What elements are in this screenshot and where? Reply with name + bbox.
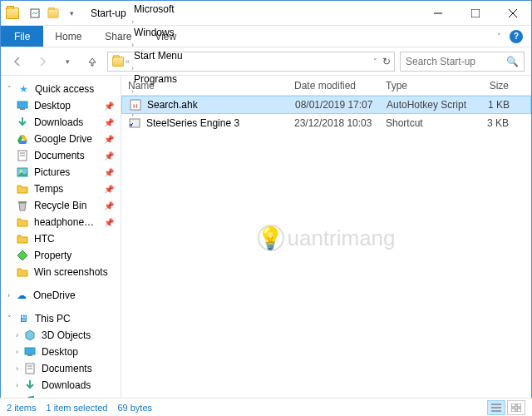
status-selected: 1 item selected — [46, 403, 107, 413]
ahk-icon: H — [129, 98, 142, 111]
sidebar-item-google-drive[interactable]: Google Drive📌 — [1, 131, 121, 147]
close-button[interactable] — [494, 1, 531, 26]
file-type: AutoHotkey Script — [380, 99, 471, 111]
breadcrumb-microsoft[interactable]: Microsoft — [131, 3, 186, 15]
folder-icon — [16, 265, 29, 279]
svg-rect-2 — [471, 9, 480, 17]
sidebar-quick-access[interactable]: ˅ ★ Quick access — [1, 81, 121, 97]
pictures-icon — [16, 166, 29, 179]
svg-rect-5 — [17, 102, 27, 108]
sidebar-onedrive[interactable]: › ☁ OneDrive — [1, 287, 121, 304]
refresh-icon[interactable]: ↻ — [382, 56, 391, 67]
desktop-icon — [16, 99, 29, 112]
back-button[interactable] — [7, 52, 27, 72]
chevron-down-icon: ˅ — [7, 314, 12, 323]
sidebar-item-desktop[interactable]: Desktop📌 — [1, 97, 121, 114]
pin-icon: 📌 — [104, 185, 114, 194]
sidebar-pc-downloads[interactable]: ›Downloads — [1, 377, 121, 394]
file-name: Search.ahk — [147, 99, 198, 111]
minimize-button[interactable] — [419, 1, 456, 26]
column-date[interactable]: Date modified — [288, 80, 379, 92]
maximize-button[interactable] — [456, 1, 494, 26]
pin-icon: 📌 — [104, 218, 114, 227]
ribbon-collapse-icon[interactable]: ˅ — [497, 32, 501, 41]
downloads-icon — [16, 116, 29, 129]
folder-icon — [16, 215, 29, 229]
menubar: File Home Share View ˅ ? — [1, 26, 531, 47]
svg-rect-13 — [25, 348, 35, 354]
svg-rect-29 — [517, 409, 521, 412]
pin-icon: 📌 — [104, 135, 114, 144]
sidebar-pc-3d-objects[interactable]: ›3D Objects — [1, 327, 121, 344]
address-bar[interactable]: « Microsoft›Windows›Start Menu›Programs›… — [107, 52, 395, 72]
up-button[interactable] — [82, 52, 102, 72]
qat-dropdown-icon[interactable]: ▾ — [64, 6, 79, 21]
sidebar-this-pc[interactable]: ˅ 🖥 This PC — [1, 310, 121, 327]
svg-rect-28 — [511, 409, 515, 412]
sidebar-pc-documents[interactable]: ›Documents — [1, 360, 121, 377]
search-box[interactable]: 🔍 — [400, 52, 525, 72]
file-size: 3 KB — [470, 117, 516, 129]
file-date: 23/12/2018 10:03 — [288, 117, 379, 129]
chevron-down-icon: ˅ — [7, 85, 12, 93]
window-title: Start-up — [91, 7, 126, 19]
qat-properties-icon[interactable] — [27, 6, 42, 21]
status-count: 2 items — [7, 403, 36, 413]
gdrive-icon — [16, 132, 29, 146]
sidebar-item-documents[interactable]: Documents📌 — [1, 147, 121, 164]
breadcrumb-windows[interactable]: Windows — [131, 27, 186, 38]
address-row: ▾ « Microsoft›Windows›Start Menu›Program… — [1, 47, 531, 76]
svg-rect-27 — [517, 404, 521, 407]
addr-dropdown-icon[interactable]: ˅ — [373, 57, 377, 66]
help-icon[interactable]: ? — [510, 30, 523, 43]
file-row-steelseries-engine-3[interactable]: SteelSeries Engine 323/12/2018 10:03Shor… — [121, 114, 531, 132]
home-tab[interactable]: Home — [43, 26, 93, 47]
forward-button[interactable] — [32, 52, 52, 72]
column-header: Name Date modified Type Size — [121, 76, 531, 96]
star-icon: ★ — [17, 82, 30, 96]
chevron-right-icon: › — [16, 364, 18, 373]
folder-icon — [6, 7, 19, 20]
svg-rect-6 — [20, 108, 25, 110]
chevron-right-icon: › — [131, 17, 135, 26]
3d-icon — [23, 329, 37, 342]
sidebar-item-htc[interactable]: HTC — [1, 230, 121, 247]
column-size[interactable]: Size — [470, 80, 516, 92]
file-type: Shortcut — [379, 117, 470, 129]
chevron-right-icon: › — [131, 64, 135, 72]
breadcrumb-start-menu[interactable]: Start Menu — [131, 50, 186, 62]
sidebar-pc-desktop[interactable]: ›Desktop — [1, 344, 121, 360]
sidebar-item-downloads[interactable]: Downloads📌 — [1, 114, 121, 131]
sidebar-item-win-screenshots[interactable]: Win screenshots — [1, 264, 121, 280]
file-name: SteelSeries Engine 3 — [146, 117, 239, 129]
sidebar-item-pictures[interactable]: Pictures📌 — [1, 164, 121, 181]
status-size: 69 bytes — [117, 403, 152, 413]
file-tab[interactable]: File — [1, 26, 43, 47]
sidebar-item-headphones-not[interactable]: headphones not📌 — [1, 214, 121, 230]
folder-icon — [16, 182, 29, 196]
shortcut-icon — [128, 116, 141, 130]
pin-icon: 📌 — [104, 102, 114, 111]
recent-dropdown[interactable]: ▾ — [57, 52, 77, 72]
search-input[interactable] — [406, 56, 506, 67]
sidebar-item-recycle-bin[interactable]: Recycle Bin📌 — [1, 197, 121, 214]
column-name[interactable]: Name — [121, 80, 288, 92]
property-icon — [16, 249, 29, 262]
sidebar-item-temps[interactable]: Temps📌 — [1, 181, 121, 197]
bulb-icon: 💡 — [257, 225, 283, 251]
qat-newfolder-icon[interactable] — [46, 6, 61, 21]
view-large-button[interactable] — [507, 400, 525, 415]
folder-icon — [111, 55, 125, 68]
chevron-right-icon: › — [16, 331, 18, 339]
pin-icon: 📌 — [104, 201, 114, 210]
documents-icon — [16, 149, 29, 162]
view-details-button[interactable] — [487, 400, 505, 415]
sidebar-item-property[interactable]: Property — [1, 247, 121, 264]
documents-icon — [23, 362, 37, 375]
pc-icon: 🖥 — [17, 312, 30, 325]
chevron-right-icon: › — [16, 348, 18, 356]
file-row-search-ahk[interactable]: HSearch.ahk08/01/2019 17:07AutoHotkey Sc… — [121, 96, 531, 114]
column-type[interactable]: Type — [379, 80, 470, 92]
folder-icon — [16, 232, 29, 245]
content-area: Name Date modified Type Size HSearch.ahk… — [121, 76, 531, 400]
